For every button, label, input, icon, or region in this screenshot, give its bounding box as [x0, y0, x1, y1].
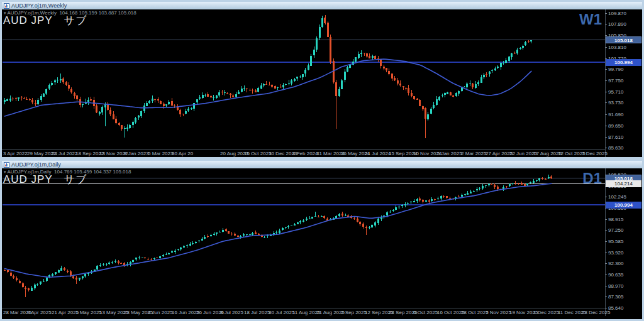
x-date-label: 27 Apr 2025 [486, 151, 513, 156]
y-tick-label: 87.610 [608, 134, 623, 140]
window-titlebar[interactable]: AUDJPY.oj1m,Daily [2, 161, 642, 168]
ohlc-low: 104.337 [93, 169, 111, 175]
y-tick-mark [605, 35, 607, 36]
y-tick-label: 92.300 [608, 261, 623, 266]
timeframe-watermark: W1 [579, 11, 602, 28]
y-tick-label: 102.245 [608, 194, 626, 200]
y-tick-mark [605, 126, 607, 126]
price-axis[interactable]: 109.870107.890105.850103.810101.77099.79… [605, 9, 642, 157]
y-tick-mark [605, 219, 607, 220]
candlestick-plot-weekly[interactable] [3, 9, 605, 149]
y-tick-mark [605, 148, 607, 148]
chart-canvas-daily[interactable]: ▾AUDJPY.oj1m,Daily 104.769 105.459 104.3… [2, 168, 642, 319]
chart-window-icon [4, 3, 9, 9]
x-date-label: 1 May 2025 [75, 310, 102, 315]
window-titlebar[interactable]: AUDJPY.oj1m,Weekly [2, 2, 642, 9]
y-tick-mark [605, 114, 607, 115]
x-date-label: 7 Nov 2025 [486, 310, 511, 315]
price-axis[interactable]: 105.530103.865102.245100.58098.91597.250… [605, 168, 642, 319]
y-tick-label: 91.690 [608, 112, 623, 117]
y-tick-label: 97.250 [608, 227, 623, 233]
chart-overlay-title: AUD JPY サブ [3, 13, 87, 28]
y-tick-mark [605, 275, 607, 275]
candlestick-plot-daily[interactable] [3, 168, 605, 308]
window-title: AUDJPY.oj1m,Weekly [11, 2, 67, 9]
y-tick-label: 109.870 [608, 11, 626, 16]
y-tick-mark [605, 80, 607, 81]
time-axis[interactable]: 28 Mar 20259 Apr 202521 Apr 20251 May 20… [2, 308, 605, 317]
window-title: AUDJPY.oj1m,Daily [11, 161, 61, 168]
y-tick-label: 85.640 [608, 305, 623, 311]
y-tick-mark [605, 197, 607, 197]
chart-canvas-weekly[interactable]: ▾AUDJPY.oj1m,Weekly 104.168 105.159 103.… [2, 9, 642, 157]
ohlc-close: 105.018 [113, 169, 131, 175]
y-tick-label: 93.920 [608, 250, 623, 256]
x-date-label: 2 Sep 2025 [341, 310, 367, 315]
y-tick-label: 99.790 [608, 67, 623, 72]
y-tick-mark [605, 308, 607, 308]
y-tick-label: 90.635 [608, 272, 623, 278]
chart-overlay-title: AUD JPY サブ [3, 172, 87, 187]
y-tick-mark [605, 263, 607, 264]
y-tick-label: 97.750 [608, 78, 623, 84]
hline-price-badge: 104.214 [606, 180, 641, 187]
y-tick-mark [605, 137, 607, 138]
y-tick-label: 85.630 [608, 145, 623, 151]
x-date-label: 30 Apr 20 [172, 151, 193, 156]
mt4-workspace: AUDJPY.oj1m,Weekly ▾AUDJPY.oj1m,Weekly 1… [0, 0, 644, 321]
y-tick-label: 98.915 [608, 217, 623, 222]
y-tick-label: 95.710 [608, 89, 623, 95]
x-date-label: 30 Jul 2025 [269, 310, 294, 315]
y-tick-mark [605, 47, 607, 48]
hline-price-badge: 100.994 [606, 202, 641, 209]
y-tick-label: 107.890 [608, 21, 626, 27]
y-tick-label: 89.650 [608, 123, 623, 129]
chart-window-weekly: AUDJPY.oj1m,Weekly ▾AUDJPY.oj1m,Weekly 1… [0, 0, 644, 159]
x-date-label: 16 Jun 2025 [172, 310, 199, 315]
x-date-label: 21 Jul 2024 [365, 151, 391, 156]
ohlc-close: 105.018 [118, 10, 136, 16]
x-date-label: 6 Oct 2025 [413, 310, 438, 315]
x-date-label: 9 Apr 2025 [27, 310, 52, 315]
y-tick-mark [605, 230, 607, 231]
x-date-label: 15 Oct 2023 [244, 151, 272, 156]
chart-window-daily: AUDJPY.oj1m,Daily ▾AUDJPY.oj1m,Daily 104… [0, 159, 644, 321]
hline-price-badge: 100.994 [606, 59, 641, 66]
y-tick-mark [605, 13, 607, 14]
ohlc-low: 103.887 [99, 10, 117, 16]
y-tick-mark [605, 102, 607, 103]
y-tick-mark [605, 24, 607, 24]
y-tick-mark [605, 253, 607, 253]
time-axis[interactable]: 3 Apr 202229 May 202224 Jul 202218 Sep 2… [2, 149, 605, 157]
y-tick-label: 87.305 [608, 294, 623, 300]
x-date-label: 4 Feb 2024 [292, 151, 318, 156]
x-date-label: 5 Jan 2025 [437, 151, 462, 156]
x-date-label: 1 Dec 2025 [533, 310, 559, 315]
x-date-label: 23 Dec 2025 [582, 310, 610, 315]
y-tick-mark [605, 286, 607, 286]
y-tick-label: 93.730 [608, 100, 623, 106]
current-price-badge: 105.018 [606, 36, 641, 43]
x-date-label: 8 Jan 2023 [124, 151, 149, 156]
y-tick-mark [605, 297, 607, 297]
x-date-label: 3 Apr 2022 [3, 151, 28, 156]
x-date-label: 7 Dec 2025 [582, 151, 608, 156]
y-tick-label: 95.585 [608, 239, 623, 244]
y-tick-label: 103.810 [608, 45, 626, 50]
x-date-label: 4 Jun 2025 [148, 310, 173, 315]
x-date-label: 5 Mar 2023 [148, 151, 173, 156]
x-date-label: 18 Jul 2025 [244, 310, 270, 315]
x-date-label: 21 Apr 2025 [52, 310, 79, 315]
x-date-label: 2 Mar 2025 [461, 151, 486, 156]
timeframe-watermark: D1 [582, 170, 602, 187]
chart-window-icon [4, 162, 9, 168]
y-tick-mark [605, 92, 607, 92]
x-date-label: 8 Jul 2025 [220, 310, 243, 315]
y-tick-mark [605, 241, 607, 242]
y-tick-label: 88.970 [608, 283, 623, 289]
x-date-label: 28 Oct 2025 [461, 310, 489, 315]
x-date-label: 24 Jul 2022 [52, 151, 77, 156]
y-tick-mark [605, 69, 607, 70]
